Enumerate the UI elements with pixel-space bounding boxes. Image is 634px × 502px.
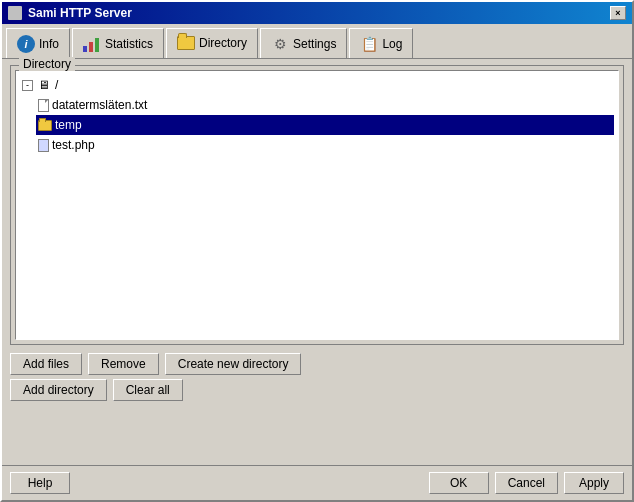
tree-item-1[interactable]: temp (36, 115, 614, 135)
tab-log-label: Log (382, 37, 402, 51)
clear-all-button[interactable]: Clear all (113, 379, 183, 401)
app-icon (8, 6, 22, 20)
content-area: Directory - 🖥 / datatermsläten.txt (2, 58, 632, 465)
window-title: Sami HTTP Server (28, 6, 132, 20)
apply-button[interactable]: Apply (564, 472, 624, 494)
cancel-button[interactable]: Cancel (495, 472, 558, 494)
settings-icon: ⚙ (271, 35, 289, 53)
dir-tab-icon (177, 34, 195, 52)
file-icon (38, 99, 49, 112)
tab-info-label: Info (39, 37, 59, 51)
ok-button[interactable]: OK (429, 472, 489, 494)
add-files-button[interactable]: Add files (10, 353, 82, 375)
tree-item-root[interactable]: - 🖥 / (20, 75, 614, 95)
tab-info[interactable]: i Info (6, 28, 70, 58)
tab-settings-label: Settings (293, 37, 336, 51)
stats-icon (83, 35, 101, 53)
tree-item-0[interactable]: datatermsläten.txt (36, 95, 614, 115)
php-icon (38, 139, 49, 152)
tabs-bar: i Info Statistics Directory ⚙ (2, 24, 632, 58)
title-bar: Sami HTTP Server × (2, 2, 632, 24)
directory-group: Directory - 🖥 / datatermsläten.txt (10, 65, 624, 345)
log-icon: 📋 (360, 35, 378, 53)
tab-log[interactable]: 📋 Log (349, 28, 413, 58)
bottom-bar: Help OK Cancel Apply (2, 465, 632, 500)
main-window: Sami HTTP Server × i Info Statistics (0, 0, 634, 502)
tree-area[interactable]: - 🖥 / datatermsläten.txt temp (15, 70, 619, 340)
bottom-right-buttons: OK Cancel Apply (429, 472, 624, 494)
tree-item-label-1: temp (55, 116, 82, 134)
folder-icon (38, 120, 52, 131)
tab-directory[interactable]: Directory (166, 28, 258, 58)
tab-statistics[interactable]: Statistics (72, 28, 164, 58)
help-button[interactable]: Help (10, 472, 70, 494)
buttons-row-2: Add directory Clear all (10, 379, 624, 401)
tree-children: datatermsläten.txt temp test.php (20, 95, 614, 155)
buttons-row-1: Add files Remove Create new directory (10, 353, 624, 375)
group-label: Directory (19, 57, 75, 71)
tree-item-2[interactable]: test.php (36, 135, 614, 155)
drive-icon: 🖥 (38, 76, 50, 94)
close-button[interactable]: × (610, 6, 626, 20)
root-label: / (55, 76, 58, 94)
create-directory-button[interactable]: Create new directory (165, 353, 302, 375)
tab-directory-label: Directory (199, 36, 247, 50)
title-bar-controls: × (610, 6, 626, 20)
remove-button[interactable]: Remove (88, 353, 159, 375)
add-directory-button[interactable]: Add directory (10, 379, 107, 401)
tree-item-label-2: test.php (52, 136, 95, 154)
info-icon: i (17, 35, 35, 53)
tree-root: - 🖥 / datatermsläten.txt temp (20, 75, 614, 155)
tab-statistics-label: Statistics (105, 37, 153, 51)
tab-settings[interactable]: ⚙ Settings (260, 28, 347, 58)
tree-item-label-0: datatermsläten.txt (52, 96, 147, 114)
expand-icon[interactable]: - (22, 80, 33, 91)
